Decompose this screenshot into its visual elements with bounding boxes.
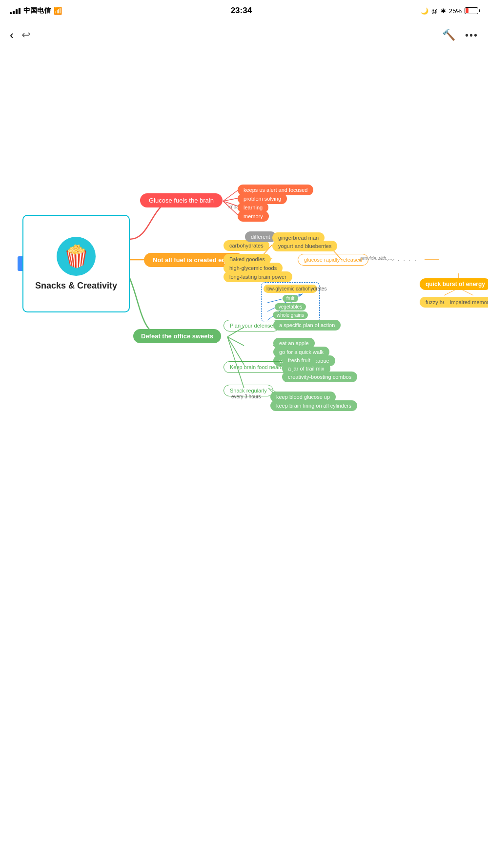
central-node[interactable]: 🍿 Snacks & Creativity <box>22 215 130 312</box>
undo-button[interactable]: ↩ <box>21 29 30 41</box>
battery-label: 25% <box>449 7 462 15</box>
creativity-combos-node[interactable]: creativity-boosting combos <box>282 372 357 382</box>
tools-button[interactable]: 🔨 <box>442 29 455 41</box>
whole-grains-node[interactable]: whole grains <box>273 311 308 319</box>
wifi-icon: 📶 <box>54 7 62 15</box>
status-left: 中国电信 📶 <box>10 6 62 15</box>
svg-line-0 <box>223 190 238 201</box>
bluetooth-icon: ✱ <box>441 7 446 15</box>
different-node[interactable]: different <box>245 231 276 242</box>
back-button[interactable]: ‹ <box>10 28 14 42</box>
fruit-node[interactable]: fruit <box>283 295 299 302</box>
more-button[interactable]: ••• <box>465 30 478 41</box>
svg-line-1 <box>223 198 238 201</box>
yogurt-node[interactable]: yogurt and blueberries <box>272 241 337 251</box>
memory-node[interactable]: memory <box>238 211 269 222</box>
nav-right[interactable]: 🔨 ••• <box>442 29 478 41</box>
connector-lines <box>0 49 488 854</box>
moon-icon: 🌙 <box>421 7 428 15</box>
status-time: 23:34 <box>231 6 252 16</box>
central-tab <box>18 256 22 271</box>
svg-line-26 <box>227 337 244 365</box>
defeat-sweets-node[interactable]: Defeat the office sweets <box>133 329 221 343</box>
dashed-box: low-glycemic carbohydrates fruit vegetab… <box>261 282 320 322</box>
every3hours-node: every 3 hours <box>228 393 264 400</box>
carrier-label: 中国电信 <box>23 6 51 15</box>
status-right: 🌙 @ ✱ 25% <box>421 7 478 15</box>
mindmap-canvas: 🍿 Snacks & Creativity Glucose fuels the … <box>0 49 488 854</box>
long-lasting-node[interactable]: long-lasting brain power <box>224 271 292 282</box>
central-icon: 🍿 <box>57 237 96 276</box>
at-icon: @ <box>431 7 438 15</box>
specific-plan-node[interactable]: a specific plan of action <box>273 320 341 331</box>
central-label: Snacks & Creativity <box>35 281 117 291</box>
status-bar: 中国电信 📶 23:34 🌙 @ ✱ 25% <box>0 0 488 21</box>
signal-icon <box>10 8 20 14</box>
vegetables-node[interactable]: vegetables <box>275 303 306 310</box>
glucose-released-node[interactable]: glucose rapidly released <box>298 254 368 266</box>
low-glycemic-node[interactable]: low-glycemic carbohydrates <box>264 285 317 293</box>
impaired-memory-node[interactable]: impaired memory <box>444 297 488 308</box>
nav-left[interactable]: ‹ ↩ <box>10 28 30 42</box>
battery-icon <box>465 7 478 14</box>
svg-line-22 <box>227 337 244 346</box>
keep-firing-node[interactable]: keep brain firing on all cylinders <box>270 400 357 411</box>
quick-burst-node[interactable]: quick burst of energy <box>420 278 488 290</box>
glucose-node[interactable]: Glucose fuels the brain <box>140 193 223 207</box>
nav-bar: ‹ ↩ 🔨 ••• <box>0 21 488 49</box>
provide-dashes: · · · · · · <box>386 258 418 263</box>
provide-with-text: provide with <box>360 256 386 261</box>
plan-defense-node[interactable]: Plan your defense <box>224 320 280 331</box>
